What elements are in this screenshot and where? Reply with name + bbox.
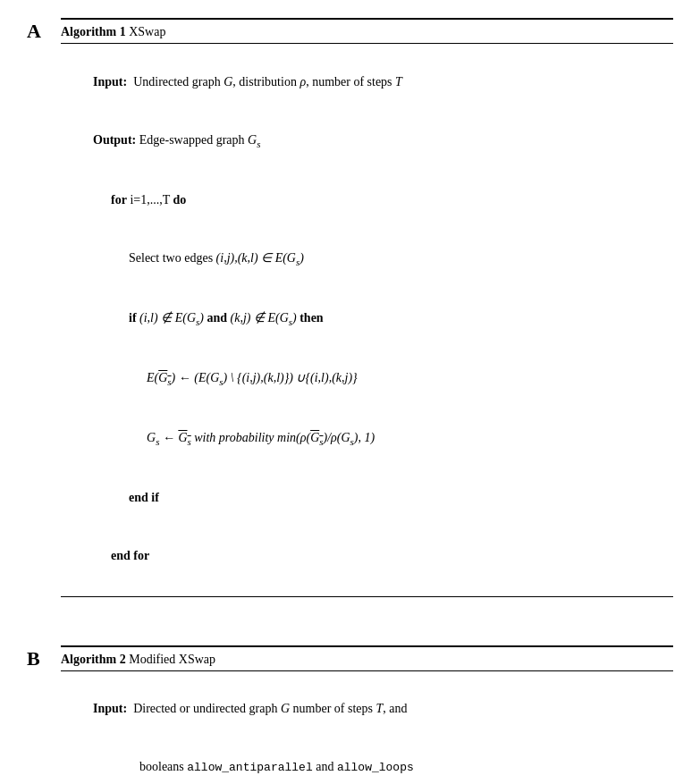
alg2-input-line1: Input: Directed or undirected graph G nu… xyxy=(68,680,666,738)
block-label-a: A xyxy=(27,20,45,43)
alg1-input: Input: Undirected graph G, distribution … xyxy=(68,53,666,111)
algorithm-content-b: Input: Directed or undirected graph G nu… xyxy=(61,677,673,784)
block-label-b: B xyxy=(27,647,45,670)
alg1-end-if: end if xyxy=(68,469,666,527)
alg1-update1: E(Gs) ← (E(Gs) \ {(i,j),(k,l)}) ∪{(i,l),… xyxy=(68,349,666,409)
alg1-output: Output: Edge-swapped graph Gs xyxy=(68,111,666,171)
algorithm-box-a: Algorithm 1 XSwap Input: Undirected grap… xyxy=(61,18,673,597)
algorithm-block-b: B Algorithm 2 Modified XSwap Input: Dire… xyxy=(27,645,673,784)
alg1-end-for: end for xyxy=(68,527,666,586)
alg1-select: Select two edges (i,j),(k,l) ∈ E(Gs) xyxy=(68,229,666,289)
alg1-if: if (i,l) ∉ E(Gs) and (k,j) ∉ E(Gs) then xyxy=(68,289,666,349)
alg2-input-line2: booleans allow_antiparallel and allow_lo… xyxy=(68,738,666,784)
alg1-update2: Gs ← Gs with probability min(ρ(Gs)/ρ(Gs)… xyxy=(68,409,666,469)
alg-number-1: Algorithm 1 xyxy=(61,25,126,38)
algorithm-content-a: Input: Undirected graph G, distribution … xyxy=(61,49,673,589)
alg1-for: for i=1,...,T do xyxy=(68,171,666,229)
algorithm-box-b: Algorithm 2 Modified XSwap Input: Direct… xyxy=(61,645,673,784)
algorithm-block-a: A Algorithm 1 XSwap Input: Undirected gr… xyxy=(27,18,673,597)
algorithm-title-a: Algorithm 1 XSwap xyxy=(61,25,673,44)
algorithm-title-b: Algorithm 2 Modified XSwap xyxy=(61,653,673,671)
alg-number-2: Algorithm 2 xyxy=(61,653,126,666)
